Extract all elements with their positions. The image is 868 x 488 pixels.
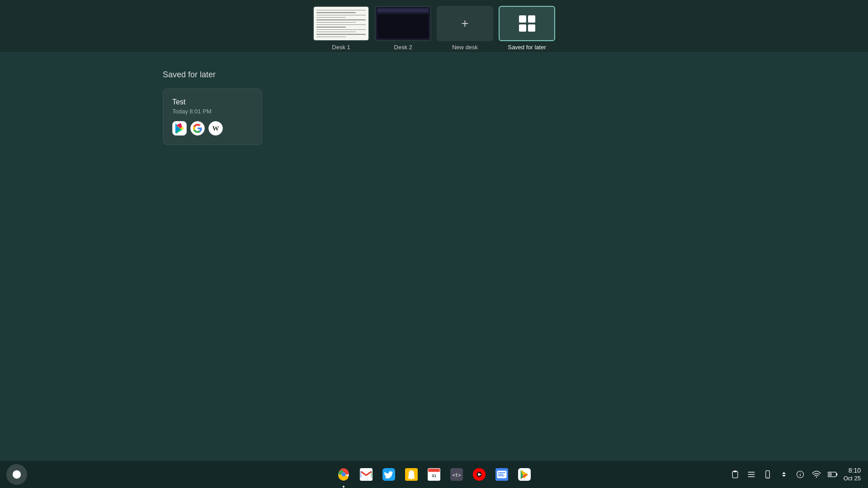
svg-rect-24 xyxy=(498,474,504,475)
svg-rect-30 xyxy=(748,472,755,473)
svg-point-34 xyxy=(767,477,768,478)
svg-rect-28 xyxy=(732,471,738,478)
svg-rect-23 xyxy=(498,472,505,473)
svg-rect-37 xyxy=(800,474,801,476)
status-bar: 8:10 Oct 25 xyxy=(722,461,868,488)
launcher-button[interactable] xyxy=(6,464,27,485)
clipboard-status-icon[interactable] xyxy=(730,469,741,480)
network-arrows-icon[interactable] xyxy=(778,469,789,480)
svg-rect-9 xyxy=(410,478,413,479)
desk-switcher-bar: Desk 1 Desk 2 + New desk Saved for later xyxy=(0,0,868,52)
wifi-status-icon[interactable] xyxy=(811,469,822,480)
taskbar-play[interactable] xyxy=(514,464,535,485)
svg-rect-13 xyxy=(428,471,440,472)
svg-rect-29 xyxy=(733,471,736,472)
desk-2-label: Desk 2 xyxy=(394,44,412,51)
svg-rect-41 xyxy=(828,473,832,476)
card-app-icons: W xyxy=(172,121,253,136)
desk-1-thumbnail[interactable] xyxy=(313,6,369,41)
new-desk-label: New desk xyxy=(452,44,478,51)
taskbar-calendar[interactable]: 31 xyxy=(424,464,444,485)
taskbar-keep[interactable] xyxy=(401,464,422,485)
launcher-icon xyxy=(12,469,22,479)
svg-rect-31 xyxy=(748,474,755,475)
plus-icon: + xyxy=(461,17,468,30)
svg-point-38 xyxy=(816,477,817,478)
card-time: Today 8:01 PM xyxy=(172,108,253,115)
taskbar-files[interactable] xyxy=(491,464,512,485)
svg-rect-32 xyxy=(748,476,755,477)
desk-1-label: Desk 1 xyxy=(332,44,350,51)
svg-text:31: 31 xyxy=(432,474,436,478)
chrome-icon xyxy=(337,468,350,481)
google-app-icon[interactable] xyxy=(190,121,205,136)
taskbar: 31 <t> xyxy=(0,461,868,488)
svg-rect-25 xyxy=(498,475,505,476)
taskbar-icons-group: 31 <t> xyxy=(333,464,535,485)
wikipedia-app-icon[interactable]: W xyxy=(208,121,223,136)
menu-status-icon[interactable] xyxy=(746,469,757,480)
card-title: Test xyxy=(172,98,253,106)
time-display: 8:10 xyxy=(849,466,861,474)
terminal-icon: <t> xyxy=(450,468,463,481)
desk-item-new[interactable]: + New desk xyxy=(437,6,493,51)
twitter-icon xyxy=(382,468,395,481)
new-desk-thumbnail[interactable]: + xyxy=(437,6,493,41)
taskbar-gmail[interactable] xyxy=(356,464,377,485)
play-store-app-icon[interactable] xyxy=(172,121,187,136)
info-status-icon[interactable] xyxy=(795,469,806,480)
svg-point-36 xyxy=(800,473,801,474)
gmail-icon xyxy=(360,468,373,481)
taskbar-twitter[interactable] xyxy=(378,464,399,485)
desk-2-thumbnail[interactable] xyxy=(375,6,431,41)
battery-status-icon[interactable] xyxy=(827,469,838,480)
taskbar-terminal[interactable]: <t> xyxy=(446,464,467,485)
svg-rect-40 xyxy=(836,473,837,475)
device-status-icon[interactable] xyxy=(762,469,773,480)
files-icon xyxy=(495,468,508,481)
active-dot xyxy=(343,486,344,488)
svg-text:<t>: <t> xyxy=(453,472,461,478)
main-content-area: Saved for later Test Today 8:01 PM xyxy=(0,52,868,461)
svg-point-4 xyxy=(342,473,345,476)
grid-icon xyxy=(519,15,535,32)
svg-point-1 xyxy=(13,470,21,479)
taskbar-ytmusic[interactable] xyxy=(469,464,490,485)
wiki-letter: W xyxy=(212,125,219,132)
date-display: Oct 25 xyxy=(844,475,861,483)
desk-item-1[interactable]: Desk 1 xyxy=(313,6,369,51)
saved-card[interactable]: Test Today 8:01 PM xyxy=(163,89,262,145)
desk-item-saved[interactable]: Saved for later xyxy=(499,6,555,51)
taskbar-chrome[interactable] xyxy=(333,464,354,485)
desk-item-2[interactable]: Desk 2 xyxy=(375,6,431,51)
saved-desk-label: Saved for later xyxy=(508,44,546,51)
keep-icon xyxy=(405,468,418,481)
ytmusic-icon xyxy=(473,468,486,481)
play-icon xyxy=(518,468,531,481)
saved-desk-thumbnail[interactable] xyxy=(499,6,555,41)
calendar-icon: 31 xyxy=(428,468,440,481)
status-datetime[interactable]: 8:10 Oct 25 xyxy=(844,466,861,482)
section-title: Saved for later xyxy=(163,70,868,80)
